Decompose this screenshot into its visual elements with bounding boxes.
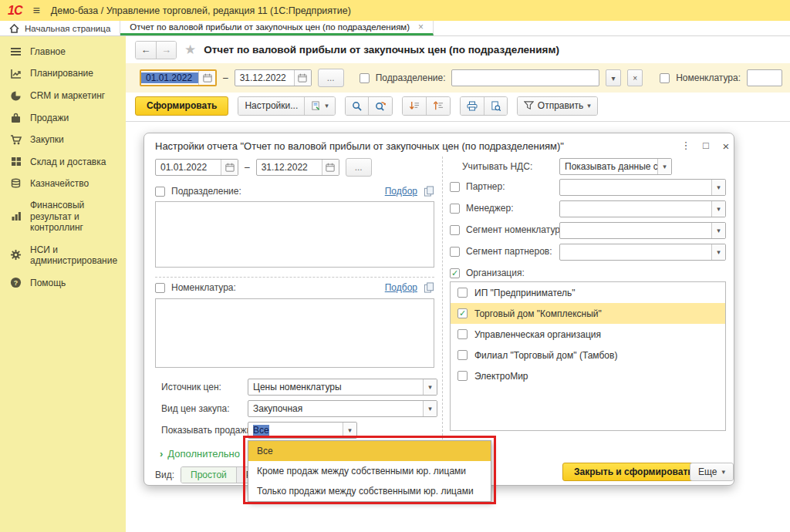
search-button[interactable]	[346, 97, 368, 115]
caret-icon[interactable]: ▾	[711, 180, 725, 195]
sidebar-item-finance[interactable]: Финансовый результат и контроллинг	[0, 194, 126, 238]
price-kind-combo[interactable]: Закупочная ▾	[248, 400, 437, 417]
calendar-icon[interactable]	[294, 70, 311, 86]
sidebar-item-crm[interactable]: CRM и маркетинг	[0, 85, 126, 107]
dialog-period-more-button[interactable]: ...	[346, 158, 372, 177]
segment-partners-combo[interactable]: ▾	[559, 244, 726, 261]
caret-icon[interactable]: ▾	[657, 159, 671, 174]
date-from-field[interactable]: 01.01.2022	[140, 69, 217, 86]
forward-icon[interactable]: →	[156, 42, 176, 59]
manager-checkbox[interactable]	[450, 204, 460, 214]
nomenclature-pick-link[interactable]: Подбор	[385, 282, 417, 293]
segment-nomenclature-checkbox[interactable]	[450, 225, 460, 235]
show-sales-combo[interactable]: Все ▾	[248, 422, 357, 439]
calendar-icon[interactable]	[221, 160, 238, 175]
generate-button[interactable]: Сформировать	[135, 96, 228, 116]
report-toolbar: Сформировать Настройки... ▾	[126, 93, 790, 119]
print-preview-button[interactable]	[484, 97, 507, 115]
caret-icon[interactable]: ▾	[711, 223, 725, 238]
dropdown-option[interactable]: Кроме продаж между собственными юр. лица…	[248, 461, 491, 481]
dialog-menu-icon[interactable]: ⋮	[678, 140, 694, 151]
sidebar-item-treasury[interactable]: Казначейство	[0, 173, 126, 194]
org-checkbox-checked[interactable]: ✓	[457, 308, 468, 318]
division-dropdown-icon[interactable]: ▾	[606, 69, 621, 86]
dialog-nomenclature-checkbox[interactable]	[155, 283, 165, 293]
division-list[interactable]	[155, 201, 434, 268]
favorite-star-icon[interactable]: ★	[184, 42, 196, 58]
organization-row[interactable]: ИП "Предприниматель"	[451, 282, 725, 303]
back-icon[interactable]: ←	[136, 42, 156, 59]
partner-checkbox[interactable]	[450, 182, 460, 192]
period-more-button[interactable]: ...	[318, 69, 344, 87]
sidebar-item-warehouse[interactable]: Склад и доставка	[0, 151, 126, 173]
caret-icon[interactable]: ▾	[423, 401, 437, 416]
main-menu-icon[interactable]: ≡	[32, 4, 39, 18]
segment-nomenclature-combo[interactable]: ▾	[559, 222, 726, 239]
sidebar-item-main[interactable]: Главное	[0, 41, 126, 62]
view-simple-button[interactable]: Простой	[181, 467, 236, 483]
sales-bag-icon	[9, 113, 22, 123]
manager-combo[interactable]: ▾	[559, 200, 726, 217]
additional-expander[interactable]: › Дополнительно	[160, 448, 240, 460]
org-checkbox[interactable]	[457, 371, 468, 381]
dialog-date-from-field[interactable]: 01.01.2022	[155, 159, 238, 176]
nomenclature-input[interactable]	[747, 69, 782, 86]
division-clear-icon[interactable]: ×	[627, 69, 643, 86]
org-checkbox[interactable]	[457, 329, 468, 339]
expand-groups-button[interactable]	[426, 97, 450, 115]
organization-row-selected[interactable]: ✓ Торговый дом "Комплексный"	[451, 303, 725, 324]
org-label: ИП "Предприниматель"	[474, 288, 576, 298]
print-button[interactable]	[461, 97, 484, 115]
organization-row[interactable]: Филиал "Торговый дом" (Тамбов)	[451, 345, 725, 365]
dialog-maximize-icon[interactable]: □	[698, 140, 714, 151]
sidebar-item-purchases[interactable]: Закупки	[0, 129, 126, 150]
organization-checkbox[interactable]: ✓	[450, 268, 460, 278]
division-pick-link[interactable]: Подбор	[385, 186, 417, 197]
dialog-close-icon[interactable]: ×	[718, 140, 734, 153]
tab-close-icon[interactable]: ×	[418, 22, 424, 32]
caret-icon[interactable]: ▾	[423, 379, 437, 395]
sidebar-item-planning[interactable]: Планирование	[0, 62, 126, 84]
division-input[interactable]	[451, 69, 599, 86]
collapse-groups-button[interactable]	[403, 97, 426, 115]
organization-row[interactable]: ЭлектроМир	[451, 365, 725, 386]
caret-icon[interactable]: ▾	[711, 201, 725, 217]
vat-combo[interactable]: Показывать данные с НД ▾	[559, 158, 672, 175]
paste-clipboard-icon[interactable]	[424, 186, 434, 197]
tab-home[interactable]: Начальная страница	[0, 21, 120, 35]
date-to-field[interactable]: 31.12.2022	[235, 69, 312, 86]
price-source-combo[interactable]: Цены номенклатуры ▾	[248, 379, 437, 396]
division-checkbox[interactable]	[360, 73, 370, 83]
segment-partners-checkbox[interactable]	[450, 247, 460, 257]
more-button[interactable]: Еще ▾	[690, 463, 734, 481]
sidebar-item-label: Закупки	[30, 134, 64, 145]
partner-combo[interactable]: ▾	[559, 179, 726, 196]
tab-report[interactable]: Отчет по валовой прибыли от закупочных ц…	[120, 21, 434, 35]
gear-icon	[9, 249, 22, 261]
dialog-division-checkbox[interactable]	[155, 187, 165, 197]
search-next-button[interactable]	[368, 97, 392, 115]
main-sections-icon	[9, 47, 22, 57]
sidebar-item-label: Склад и доставка	[30, 157, 106, 167]
org-checkbox[interactable]	[457, 288, 468, 298]
dialog-date-to-field[interactable]: 31.12.2022	[256, 159, 339, 176]
nomenclature-checkbox[interactable]	[660, 73, 670, 83]
calendar-icon[interactable]	[322, 160, 339, 175]
settings-button[interactable]: Настройки...	[238, 97, 304, 115]
org-checkbox[interactable]	[457, 350, 468, 360]
calendar-icon[interactable]	[198, 71, 215, 85]
caret-icon[interactable]: ▾	[711, 244, 725, 260]
organization-row[interactable]: Управленческая организация	[451, 324, 725, 345]
send-button[interactable]: Отправить ▾	[518, 97, 597, 115]
dropdown-option-selected[interactable]: Все	[248, 441, 491, 461]
paste-clipboard-icon[interactable]	[424, 282, 434, 293]
sidebar-item-sales[interactable]: Продажи	[0, 107, 126, 129]
dropdown-option[interactable]: Только продажи между собственными юр. ли…	[248, 481, 491, 501]
close-and-generate-button[interactable]: Закрыть и сформировать	[562, 463, 705, 481]
organization-list: ИП "Предприниматель" ✓ Торговый дом "Ком…	[450, 281, 726, 431]
caret-icon[interactable]: ▾	[343, 423, 356, 438]
report-variants-button[interactable]: ▾	[304, 97, 335, 115]
sidebar-item-help[interactable]: ? Помощь	[0, 271, 126, 294]
sidebar-item-admin[interactable]: НСИ и администрирование	[0, 239, 126, 272]
nomenclature-list[interactable]	[155, 298, 434, 368]
